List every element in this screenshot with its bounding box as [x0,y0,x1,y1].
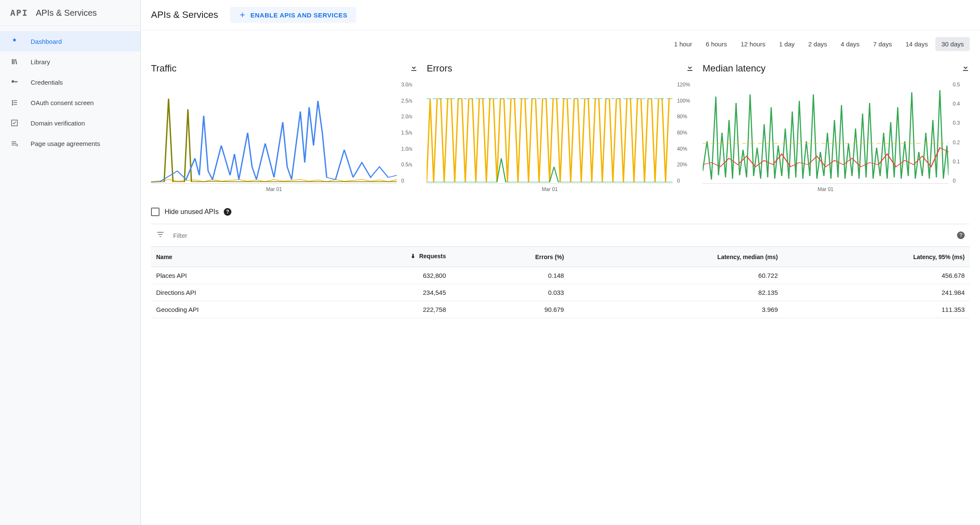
y-tick: 0.4 [953,101,970,107]
y-tick: 120% [677,82,694,88]
page-title: APIs & Services [151,9,218,20]
download-icon[interactable] [961,63,970,74]
cell-latency-median: 3.969 [569,301,783,318]
y-tick: 0.1 [953,159,970,165]
consent-icon [10,98,19,107]
col-requests[interactable]: Requests [311,247,451,267]
sidebar-item-label: OAuth consent screen [31,99,94,106]
sidebar-item-oauth[interactable]: OAuth consent screen [0,92,140,113]
chart-yaxis: 0.50.40.30.20.10 [950,82,970,184]
cell-requests: 222,758 [311,301,451,318]
help-icon[interactable]: ? [957,231,965,239]
time-range-30-days[interactable]: 30 days [935,37,970,51]
sidebar-item-library[interactable]: Library [0,51,140,72]
y-tick: 0 [401,178,418,184]
sidebar-item-credentials[interactable]: Credentials [0,72,140,92]
y-tick: 80% [677,114,694,120]
y-tick: 0 [953,178,970,184]
y-tick: 0.5/s [401,162,418,168]
cell-errors: 0.148 [451,267,569,284]
chart-plot [427,82,672,184]
table-row[interactable]: Directions API234,5450.03382.135241.984 [151,284,970,301]
chart-xaxis: Mar 01 [151,186,397,192]
time-range-12-hours[interactable]: 12 hours [735,37,771,51]
chart-title: Median latency [703,63,766,74]
chart-xaxis: Mar 01 [703,186,949,192]
hide-unused-checkbox[interactable] [151,208,160,216]
hide-unused-row: Hide unused APIs ? [141,196,980,224]
sidebar-item-page-usage[interactable]: Page usage agreements [0,133,140,154]
chart-latency: Median latency 0.50.40.30.20.10 [703,63,970,192]
y-tick: 1.5/s [401,130,418,136]
table-header-row: Name Requests Errors (%) Latency, median… [151,247,970,267]
table-row[interactable]: Places API632,8000.14860.722456.678 [151,267,970,284]
cell-latency-95: 111.353 [783,301,970,318]
key-icon [10,78,19,86]
col-latency-95[interactable]: Latency, 95% (ms) [783,247,970,267]
cell-latency-95: 241.984 [783,284,970,301]
time-range-6-hours[interactable]: 6 hours [700,37,733,51]
time-range-14-days[interactable]: 14 days [900,37,934,51]
col-latency-median[interactable]: Latency, median (ms) [569,247,783,267]
sidebar-header: API APIs & Services [0,0,140,26]
chart-plot [151,82,397,184]
col-name[interactable]: Name [151,247,311,267]
filter-row: ? [151,224,970,246]
y-tick: 100% [677,98,694,104]
time-range-7-days[interactable]: 7 days [867,37,898,51]
download-icon[interactable] [410,63,418,74]
chart-yaxis: 3.0/s2.5/s2.0/s1.5/s1.0/s0.5/s0 [399,82,418,184]
y-tick: 20% [677,162,694,168]
svg-point-0 [16,144,18,146]
y-tick: 2.5/s [401,98,418,104]
enable-apis-button[interactable]: ENABLE APIS AND SERVICES [230,7,356,23]
filter-icon[interactable] [156,230,165,240]
chart-traffic: Traffic 3.0/s2.5/s2.0/s1.5/s1.0 [151,63,418,192]
cell-latency-median: 60.722 [569,267,783,284]
y-tick: 0.2 [953,140,970,146]
chart-plot [703,82,949,184]
hide-unused-label: Hide unused APIs [165,208,219,216]
time-range-4-days[interactable]: 4 days [835,37,866,51]
cell-errors: 0.033 [451,284,569,301]
y-tick: 2.0/s [401,114,418,120]
chart-xaxis: Mar 01 [427,186,672,192]
sidebar-nav: Dashboard Library Credentials OAuth cons… [0,26,140,154]
dashboard-icon [10,37,19,46]
sidebar-item-label: Credentials [31,79,63,86]
time-range-2-days[interactable]: 2 days [802,37,833,51]
table-row[interactable]: Geocoding API222,75890.6793.969111.353 [151,301,970,318]
cell-name: Geocoding API [151,301,311,318]
time-range-1-day[interactable]: 1 day [773,37,801,51]
sidebar-item-label: Page usage agreements [31,140,100,147]
y-tick: 0 [677,178,694,184]
chart-title: Traffic [151,63,177,74]
y-tick: 1.0/s [401,146,418,152]
cell-name: Places API [151,267,311,284]
y-tick: 40% [677,146,694,152]
enable-label: ENABLE APIS AND SERVICES [251,11,348,19]
sidebar-item-label: Domain verification [31,120,85,127]
main-header: APIs & Services ENABLE APIS AND SERVICES [141,0,980,30]
verified-icon [10,119,19,127]
cell-name: Directions API [151,284,311,301]
help-icon[interactable]: ? [224,208,231,216]
filter-input[interactable] [173,232,949,239]
api-table-wrap: ? Name Requests Errors (%) Latency, medi… [141,224,980,318]
charts-row: Traffic 3.0/s2.5/s2.0/s1.5/s1.0 [141,54,980,196]
sort-desc-icon [410,253,416,261]
time-range-selector: 1 hour6 hours12 hours1 day2 days4 days7 … [141,30,980,54]
sidebar-item-dashboard[interactable]: Dashboard [0,31,140,51]
api-logo: API [10,8,28,18]
sidebar-item-label: Dashboard [31,38,62,45]
download-icon[interactable] [686,63,694,74]
cell-latency-95: 456.678 [783,267,970,284]
library-icon [10,57,19,66]
time-range-1-hour[interactable]: 1 hour [668,37,698,51]
y-tick: 0.3 [953,120,970,126]
sidebar: API APIs & Services Dashboard Library [0,0,141,525]
col-errors[interactable]: Errors (%) [451,247,569,267]
sidebar-item-domain[interactable]: Domain verification [0,113,140,133]
sidebar-item-label: Library [31,58,50,66]
settings-icon [10,139,19,148]
